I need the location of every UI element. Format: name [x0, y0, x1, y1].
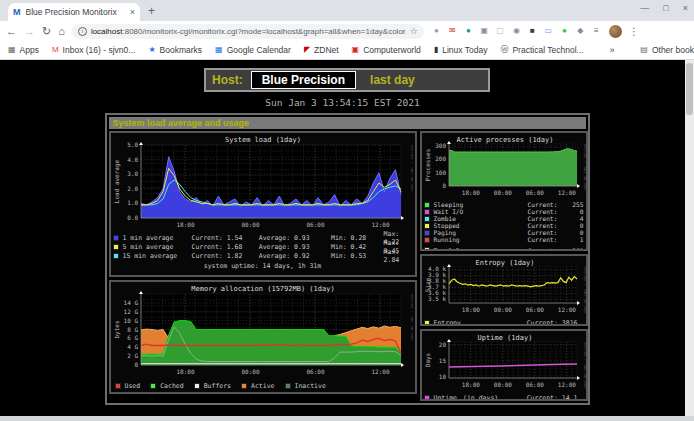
svg-text:15: 15	[438, 357, 446, 364]
legend-stat-value: 0	[562, 222, 584, 229]
legend-stat-value: 0	[562, 229, 584, 236]
legend-color-swatch	[424, 216, 430, 222]
svg-text:300: 300	[435, 142, 446, 149]
entropy-graph[interactable]: 4.0 k3.9 k3.8 k3.7 k3.6 k3.5 k18:0000:00…	[424, 258, 586, 314]
address-bar[interactable]: i localhost:8080/monitorix-cgi/monitorix…	[72, 24, 424, 39]
profile-avatar[interactable]	[609, 25, 622, 38]
reload-icon[interactable]: ↻	[42, 26, 51, 37]
bookmark-zdnet-label: ZDNet	[314, 45, 339, 55]
bookmark-bookmarks[interactable]: ★Bookmarks	[148, 45, 202, 55]
url-text[interactable]: localhost:8080/monitorix-cgi/monitorix.c…	[91, 27, 406, 36]
bookmark-computerworld[interactable]: ▣Computerworld	[352, 45, 421, 55]
uptime-legend: Uptime(in days)Current: 14.1	[424, 393, 584, 401]
extensions-puzzle-icon[interactable]: ◆	[575, 26, 586, 37]
scrollbar-thumb[interactable]	[686, 63, 693, 115]
svg-text:06:00: 06:00	[306, 368, 324, 375]
legend-stat: Current: 1.68	[191, 243, 258, 251]
browser-tab[interactable]: M Blue Precision Monitorix ×	[8, 3, 140, 21]
legend-series-label: Wait I/O	[434, 208, 528, 215]
maximize-icon[interactable]: □	[663, 3, 668, 13]
bookmark-other-bookmarks[interactable]: ▤Other bookmarks	[640, 45, 694, 55]
tab-close-icon[interactable]: ×	[130, 7, 135, 17]
legend-stat: Current: 1.54	[191, 234, 258, 242]
memory-allocation-graph[interactable]: 14 G12 G10 G8 G6 G4 G2 G018:0000:0006:00…	[113, 284, 413, 376]
cast-icon[interactable]: ▭	[543, 26, 554, 37]
legend-series-sublabel: (in days)	[463, 394, 498, 402]
svg-text:3.0: 3.0	[127, 170, 138, 177]
legend-row: StoppedCurrent:0	[424, 222, 584, 229]
legend-stat: Average: 0.92	[259, 252, 331, 260]
notes-icon[interactable]: ▢	[495, 26, 506, 37]
legend-stat-key: Current:	[528, 208, 562, 215]
bookmark-practical-technology[interactable]: ⓌPractical Technol...	[500, 45, 583, 55]
bookmark-google-calendar-icon: ▦	[215, 46, 223, 54]
svg-text:Memory allocation (15792MB) (: Memory allocation (15792MB) (1day)	[191, 285, 334, 293]
svg-text:bytes: bytes	[113, 320, 121, 338]
bookmark-other-bookmarks-icon: ▤	[640, 46, 648, 54]
back-icon[interactable]: ←	[6, 26, 17, 37]
search-icon[interactable]: ●	[431, 26, 442, 37]
dark-square-icon[interactable]: ■	[527, 26, 538, 37]
legend-series-label: Sleeping	[434, 201, 528, 208]
host-value: Blue Precision	[251, 71, 356, 89]
legend-color-swatch	[424, 202, 430, 208]
legend-row: 15 min averageCurrent: 1.82Average: 0.92…	[113, 251, 413, 260]
system-load-panel: 5.04.03.02.01.00.018:0000:0006:0012:00Sy…	[109, 131, 417, 277]
chrome-menu-icon[interactable]: ⋮	[629, 26, 639, 37]
page-info-icon[interactable]: i	[78, 27, 87, 36]
active-processes-graph[interactable]: 300200100018:0000:0006:0012:00Active pro…	[424, 135, 586, 197]
system-load-graph[interactable]: 5.04.03.02.01.00.018:0000:0006:0012:00Sy…	[113, 135, 413, 229]
bookmark-star-icon[interactable]: ☆	[410, 26, 418, 36]
legend-series-label: Running	[434, 236, 528, 243]
legend-stat-key: Current:	[528, 215, 562, 222]
bookmark-zdnet-icon: ◤	[304, 46, 310, 54]
green-circle-icon[interactable]: ●	[559, 26, 570, 37]
minimize-icon[interactable]: —	[640, 3, 649, 13]
svg-text:1.0: 1.0	[127, 199, 138, 206]
svg-text:Uptime (1day): Uptime (1day)	[477, 334, 532, 342]
mail-icon[interactable]: ✉	[447, 26, 458, 37]
active-processes-panel: 300200100018:0000:0006:0012:00Active pro…	[420, 131, 588, 251]
legend-color-swatch	[424, 320, 430, 326]
memory-legend: UsedCachedBuffersActiveInactive	[113, 380, 413, 391]
bookmark-computerworld-icon: ▣	[352, 46, 360, 54]
svg-text:0: 0	[442, 182, 446, 189]
period-selector[interactable]: last day	[370, 73, 415, 87]
window-bottom-edge	[0, 416, 694, 421]
scrollbar[interactable]	[685, 60, 694, 416]
legend-stat: Min: 0.28	[331, 234, 384, 242]
legend-series-label: 5 min average	[123, 243, 192, 251]
bookmark-apps[interactable]: ▦Apps	[8, 45, 39, 55]
svg-text:RRDTOOL / TOBI OETIKER: RRDTOOL / TOBI OETIKER	[410, 145, 413, 192]
home-icon[interactable]: ⌂	[58, 26, 65, 37]
globe-icon[interactable]: ●	[463, 26, 474, 37]
legend-stat: Average: 0.93	[259, 243, 331, 251]
svg-text:18:00: 18:00	[176, 368, 194, 375]
svg-text:Load average: Load average	[113, 159, 121, 203]
svg-text:06:00: 06:00	[525, 381, 543, 388]
tab-list-icon[interactable]: ≡	[591, 26, 602, 37]
bookmarks-overflow-chevron[interactable]: »	[610, 45, 615, 55]
legend-item: Used	[115, 382, 141, 390]
bookmark-google-calendar[interactable]: ▦Google Calendar	[215, 45, 291, 55]
legend-color-swatch	[150, 383, 156, 389]
processes-legend: SleepingCurrent:255Wait I/OCurrent:0Zomb…	[424, 201, 584, 251]
bookmark-gmail-inbox[interactable]: MInbox (16) - sjvn0...	[52, 45, 135, 55]
uptime-graph[interactable]: 20151018:0000:0006:0012:00Uptime (1day)D…	[424, 333, 586, 389]
bookmark-linux-today[interactable]: ▮Linux Today	[434, 45, 488, 55]
legend-stat-key: Current:	[528, 236, 562, 243]
new-tab-button[interactable]: +	[148, 4, 155, 18]
legend-color-swatch	[424, 230, 430, 236]
bookmark-zdnet[interactable]: ◤ZDNet	[304, 45, 339, 55]
svg-text:Size: Size	[424, 277, 431, 292]
eye-icon[interactable]: ◉	[511, 26, 522, 37]
forward-icon: →	[24, 26, 35, 37]
legend-row: 1 min averageCurrent: 1.54Average: 0.93M…	[113, 233, 413, 242]
svg-text:2 G: 2 G	[127, 352, 138, 359]
close-icon[interactable]: ×	[683, 3, 688, 13]
legend-series-label: 15 min average	[123, 252, 192, 260]
svg-text:18:00: 18:00	[461, 189, 479, 196]
legend-color-swatch	[194, 383, 200, 389]
copy-pages-icon[interactable]: ▣	[479, 26, 490, 37]
legend-stat: Max: 2.84	[384, 248, 413, 264]
